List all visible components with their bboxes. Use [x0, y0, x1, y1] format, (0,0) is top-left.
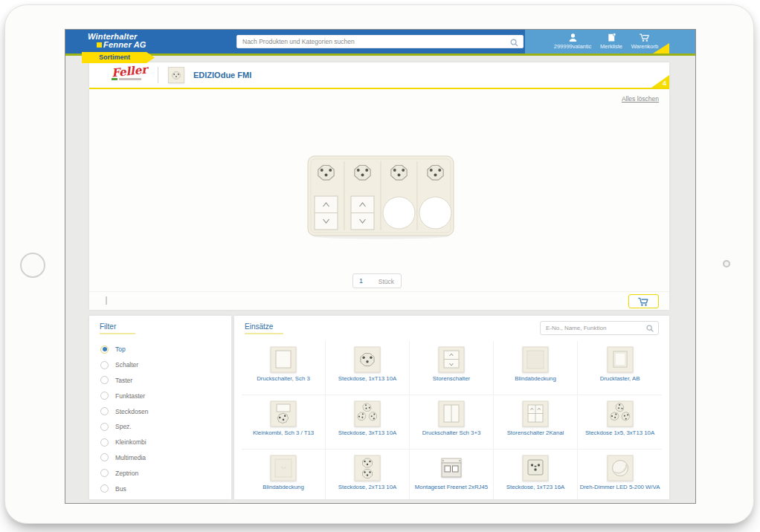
einsaetze-search-input[interactable]	[546, 322, 641, 334]
cart-icon	[622, 32, 668, 42]
product-tile[interactable]: Steckdose, 3xT13 10A	[326, 395, 410, 450]
warenkorb-label: Warenkorb	[631, 43, 658, 50]
radio-button[interactable]	[100, 469, 109, 477]
page-title: EDIZIOdue FMI	[193, 71, 251, 80]
filter-option-kleinkombi[interactable]: Kleinkombi	[100, 435, 227, 450]
divider	[89, 291, 669, 292]
product-label: Druckschalter Sch 3+3	[410, 429, 493, 436]
filter-heading: Filter	[100, 322, 116, 331]
combo-switch-socket-icon	[270, 400, 297, 427]
filter-option-zeptrion[interactable]: Zeptrion	[100, 465, 227, 481]
product-tile[interactable]: Steckdose 1x5, 3xT13 10A	[578, 395, 662, 450]
clear-all-link[interactable]: Alles löschen	[622, 95, 659, 103]
product-label: Kleinkombi, Sch 3 / T13	[242, 429, 325, 436]
blank-cover-icon	[522, 346, 549, 373]
product-tile[interactable]: Steckdose, 1xT23 16A	[494, 450, 578, 499]
socket-single-icon	[354, 346, 381, 373]
global-search	[236, 35, 524, 48]
product-tile[interactable]: Storenschalter 2Kanal	[494, 395, 578, 450]
cart-icon	[637, 296, 650, 307]
product-tile[interactable]: Storenschalter	[410, 341, 494, 395]
product-label: Dreh-Dimmer LED 5-200 W/VA	[578, 484, 662, 490]
double-rocker-switch-icon	[438, 400, 465, 427]
radio-button[interactable]	[100, 484, 109, 493]
text-cursor	[106, 296, 107, 305]
warenkorb-button[interactable]: Warenkorb	[622, 32, 668, 53]
radio-button[interactable]	[100, 453, 109, 461]
einsaetze-panel: Einsätze Druckschalter, Sch 3 Steckdose,…	[234, 316, 669, 499]
count-badge-triangle	[651, 75, 669, 88]
quantity-input[interactable]	[359, 276, 376, 286]
product-tile[interactable]: Blindabdeckung	[242, 450, 326, 499]
top-header-bar: Winterhalter Fenner AG 299999valantic	[65, 30, 695, 53]
filter-option-funktaster[interactable]: Funktaster	[100, 388, 227, 403]
search-icon[interactable]	[509, 38, 519, 48]
product-tile[interactable]: Druckschalter, Sch 3	[242, 341, 326, 395]
configured-product-image	[306, 155, 455, 239]
socket-triple-icon	[607, 400, 634, 427]
filter-option-bus[interactable]: Bus	[100, 481, 227, 496]
count-badge-value: 4	[663, 80, 666, 87]
add-to-cart-button[interactable]	[628, 294, 659, 308]
product-label: Storenschalter 2Kanal	[494, 429, 577, 436]
radio-button[interactable]	[100, 423, 109, 431]
page-header: Feller EDIZIOdue FMI 4	[89, 62, 669, 88]
radio-button[interactable]	[100, 392, 109, 400]
filter-panel: Filter Top Schalter Taster Funktaster St…	[89, 316, 231, 499]
product-tile[interactable]: Drucktaster, AB	[578, 341, 662, 395]
rj45-module-icon	[438, 455, 465, 481]
product-tile[interactable]: Blindabdeckung	[494, 341, 578, 395]
product-label: Blindabdeckung	[242, 484, 325, 490]
einsaetze-heading: Einsätze	[245, 322, 273, 331]
filter-option-top[interactable]: Top	[100, 342, 227, 357]
product-label: Steckdose, 2xT13 10A	[326, 484, 409, 490]
product-tile[interactable]: Dreh-Dimmer LED 5-200 W/VA	[578, 450, 662, 499]
blind-switch-icon	[438, 346, 465, 373]
divider	[158, 67, 158, 83]
feller-logo-text: Feller	[111, 63, 148, 80]
filter-option-schalter[interactable]: Schalter	[100, 357, 227, 373]
push-button-icon	[607, 346, 634, 373]
product-tile[interactable]: Druckschalter Sch 3+3	[410, 395, 494, 450]
radio-button[interactable]	[100, 438, 109, 447]
filter-option-multimedia[interactable]: Multimedia	[100, 450, 227, 466]
tab-sortiment[interactable]: Sortiment	[82, 52, 155, 63]
home-button[interactable]	[20, 253, 45, 278]
product-label: Steckdose 1x5, 3xT13 10A	[578, 429, 662, 436]
product-tile[interactable]: Steckdose, 1xT13 10A	[326, 341, 410, 395]
account-label: 299999valantic	[554, 43, 591, 50]
filter-option-taster[interactable]: Taster	[100, 373, 227, 389]
product-tile[interactable]: Montageset Freenet 2xRJ45	[410, 450, 494, 499]
filter-option-spez[interactable]: Spez.	[100, 419, 227, 435]
filter-option-fremdfab[interactable]: Fremdfab.	[100, 496, 227, 499]
socket-triple-icon	[354, 400, 381, 427]
product-tile[interactable]: Kleinkombi, Sch 3 / T13	[242, 395, 326, 450]
product-label: Storenschalter	[410, 375, 493, 382]
product-grid: Druckschalter, Sch 3 Steckdose, 1xT13 10…	[242, 341, 662, 499]
filter-option-steckdosen[interactable]: Steckdosen	[100, 403, 227, 419]
screen: Winterhalter Fenner AG 299999valantic	[65, 30, 695, 503]
global-search-input[interactable]	[242, 36, 506, 48]
blind-switch-2channel-icon	[522, 400, 549, 427]
rocker-switch-icon	[270, 346, 297, 373]
search-icon[interactable]	[645, 324, 654, 333]
front-camera	[723, 260, 730, 267]
product-label: Steckdose, 3xT13 10A	[326, 429, 409, 436]
heading-underline	[245, 333, 283, 334]
product-thumbnail-icon	[168, 67, 184, 83]
product-label: Druckschalter, Sch 3	[242, 375, 325, 382]
filter-options-list: Top Schalter Taster Funktaster Steckdose…	[100, 342, 227, 499]
radio-button[interactable]	[100, 376, 109, 384]
winterhalter-fenner-logo[interactable]: Winterhalter Fenner AG	[88, 33, 146, 49]
product-label: Steckdose, 1xT13 10A	[326, 375, 409, 382]
header-underline	[65, 53, 695, 56]
radio-button[interactable]	[100, 361, 109, 369]
radio-button[interactable]	[100, 407, 109, 415]
configurator-panel: Alles löschen	[89, 89, 669, 310]
radio-button[interactable]	[100, 346, 109, 354]
blank-cover-icon	[270, 455, 297, 481]
product-label: Steckdose, 1xT23 16A	[494, 484, 577, 490]
rotary-dimmer-icon	[607, 455, 634, 481]
product-tile[interactable]: Steckdose, 2xT13 10A	[326, 450, 410, 499]
quantity-unit-label: Stück	[379, 278, 394, 285]
